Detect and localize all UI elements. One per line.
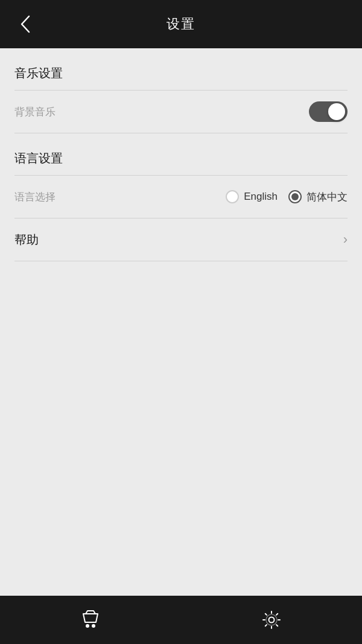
svg-point-1 <box>92 625 95 627</box>
language-section: 语言设置 语言选择 English 简体中文 <box>0 133 362 218</box>
page-title: 设置 <box>167 15 195 33</box>
bottom-nav <box>0 596 362 644</box>
back-button[interactable] <box>12 11 39 37</box>
language-choice-row: 语言选择 English 简体中文 <box>0 176 362 218</box>
settings-icon <box>261 609 282 631</box>
language-options: English 简体中文 <box>226 190 348 204</box>
help-chevron-icon: › <box>343 232 348 247</box>
music-section-title: 音乐设置 <box>0 48 362 90</box>
svg-point-2 <box>269 617 275 623</box>
settings-nav-item[interactable] <box>253 602 290 638</box>
svg-point-0 <box>86 625 89 627</box>
english-radio-btn[interactable] <box>226 190 239 203</box>
background-music-label: 背景音乐 <box>14 105 56 119</box>
header: 设置 <box>0 0 362 48</box>
language-option-chinese[interactable]: 简体中文 <box>288 190 348 204</box>
spacer <box>0 261 362 503</box>
help-row[interactable]: 帮助 › <box>0 218 362 261</box>
english-label: English <box>244 191 278 203</box>
shop-icon <box>80 609 101 631</box>
background-music-row: 背景音乐 <box>0 91 362 133</box>
help-label: 帮助 <box>14 232 39 248</box>
settings-content: 音乐设置 背景音乐 语言设置 语言选择 English <box>0 48 362 596</box>
language-section-title: 语言设置 <box>0 133 362 175</box>
shop-nav-item[interactable] <box>72 602 109 638</box>
chinese-label: 简体中文 <box>306 190 348 204</box>
language-option-english[interactable]: English <box>226 190 278 203</box>
toggle-knob <box>328 103 345 120</box>
language-choice-label: 语言选择 <box>14 190 56 204</box>
music-section: 音乐设置 背景音乐 <box>0 48 362 133</box>
background-music-toggle[interactable] <box>309 101 348 122</box>
chinese-radio-btn[interactable] <box>288 190 302 203</box>
